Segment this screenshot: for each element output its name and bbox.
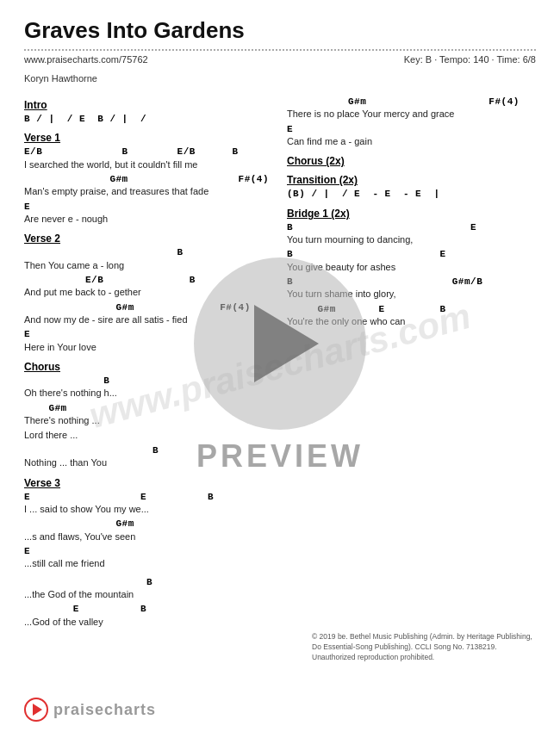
copyright-block: © 2019 be. Bethel Music Publishing (Admi… [312,632,536,663]
god-section: B ...the God of the mountain E B ...God … [24,576,273,629]
br-lyric2: You give beauty for ashes [287,261,536,274]
god-lyric2: ...God of the valley [24,616,273,629]
content-columns: Intro B / | / E B / | / Verse 1 E/B B E/… [24,92,536,634]
br-lyric4: You're the only one who can [287,315,536,328]
br-chord1: B E [287,221,536,233]
v3-chord2: G#m [24,518,273,530]
chorus-label: Chorus [24,361,273,373]
rc-lyric1: There is no place Your mercy and grace [287,108,536,121]
v2-lyric4: Here in Your love [24,341,273,354]
v3-lyric1: I ... said to show You my we... [24,503,273,516]
ch-lyric1: Oh there's nothing h... [24,387,273,400]
god-chord1: B [24,576,273,588]
chorus-section: Chorus B Oh there's nothing h... G#m The… [24,361,273,469]
footer-brand: praisecharts [53,701,156,719]
v2-lyric2: And put me back to - gether [24,286,273,299]
bridge-label: Bridge 1 (2x) [287,208,536,220]
page-container: Graves Into Gardens www.praisecharts.com… [0,0,560,732]
god-chord2: E B [24,603,273,615]
v1-chord2: G#m F#(4) [24,173,273,185]
intro-label: Intro [24,99,273,111]
intro-chords: B / | / E B / | / [24,113,273,125]
meta-row: www.praisecharts.com/75762 Key: B · Temp… [24,54,536,65]
v1-lyric2: Man's empty praise, and treasures that f… [24,185,273,198]
ch-lyric2: There's nothing ... [24,414,273,427]
ch-lyric4: Nothing ... than You [24,456,273,469]
verse2-section: Verse 2 B Then You came a - long E/B B A… [24,233,273,354]
right-chorus-pre: G#m F#(4) There is no place Your mercy a… [287,96,536,148]
footer: praisecharts [24,698,536,722]
v3-lyric3: ...still call me friend [24,557,273,570]
footer-play-icon [33,704,42,716]
tr-chord1: (B) / | / E - E - E | [287,188,536,200]
verse2-label: Verse 2 [24,233,273,245]
copyright-text: © 2019 be. Bethel Music Publishing (Admi… [312,632,532,661]
v1-lyric1: I searched the world, but it couldn't fi… [24,158,273,171]
rc-chord2: E [287,123,536,135]
v1-chord1: E/B B E/B B [24,146,273,158]
right-column: G#m F#(4) There is no place Your mercy a… [287,92,536,634]
v2-lyric1: Then You came a - long [24,259,273,272]
url-label: www.praisecharts.com/75762 [24,54,148,65]
v2-chord3: G#m F#(4) [24,301,273,313]
br-chord2: B E [287,248,536,260]
br-chord3: B G#m/B [287,276,536,288]
br-lyric3: You turn shame into glory, [287,288,536,301]
verse3-section: Verse 3 E E B I ... said to show You my … [24,477,273,571]
chorus2x-section: Chorus (2x) [287,155,536,167]
rc-lyric2: Can find me a - gain [287,135,536,148]
left-column: Intro B / | / E B / | / Verse 1 E/B B E/… [24,92,273,634]
god-lyric1: ...the God of the mountain [24,588,273,601]
intro-section: Intro B / | / E B / | / [24,99,273,125]
bridge-section: Bridge 1 (2x) B E You turn mourning to d… [287,208,536,329]
title-divider [24,49,536,51]
v3-lyric2: ...s and flaws, You've seen [24,530,273,543]
artist-label: Koryn Hawthorne [24,73,536,84]
br-chord4: G#m E B [287,303,536,315]
ch-chord1: B [24,375,273,387]
v2-chord1: B [24,246,273,258]
transition-label: Transition (2x) [287,174,536,186]
v2-chord4: E [24,328,273,340]
ch-chord2: G#m [24,402,273,414]
footer-logo [24,698,48,722]
transition-section: Transition (2x) (B) / | / E - E - E | [287,174,536,200]
verse3-label: Verse 3 [24,477,273,489]
rc-chord1: G#m F#(4) [287,96,536,108]
v3-chord3: E [24,545,273,557]
chorus2x-label: Chorus (2x) [287,155,536,167]
verse1-label: Verse 1 [24,132,273,144]
v2-chord2: E/B B [24,274,273,286]
verse1-section: Verse 1 E/B B E/B B I searched the world… [24,132,273,226]
br-lyric1: You turn mourning to dancing, [287,233,536,246]
ch-chord3: B [24,444,273,456]
v1-chord3: E [24,201,273,213]
song-meta: Key: B · Tempo: 140 · Time: 6/8 [404,54,536,65]
v1-lyric3: Are never e - nough [24,213,273,226]
page-title: Graves Into Gardens [24,17,536,44]
ch-lyric3: Lord there ... [24,429,273,442]
v3-chord1: E E B [24,491,273,503]
v2-lyric3: And now my de - sire are all satis - fie… [24,313,273,326]
